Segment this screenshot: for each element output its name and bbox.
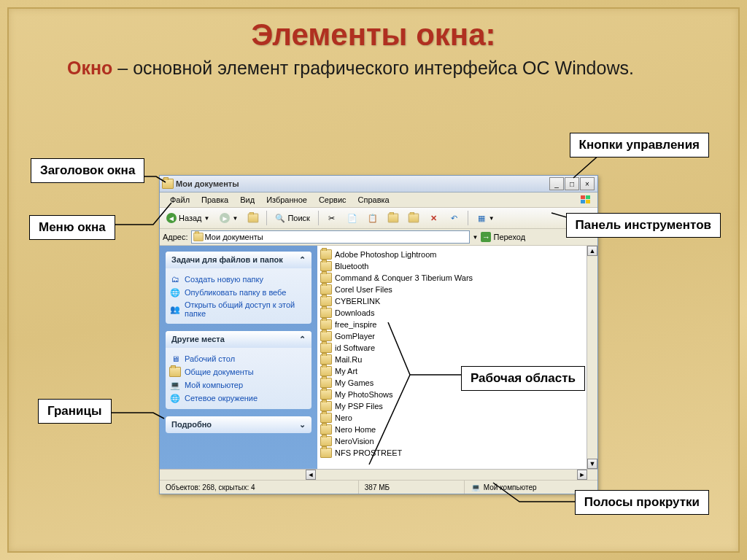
callout-borders: Границы xyxy=(38,399,112,424)
list-item[interactable]: My PSP Files xyxy=(319,400,585,412)
list-item[interactable]: Adobe Photoshop Lightroom xyxy=(319,249,585,260)
folder-up-icon xyxy=(248,213,258,223)
list-item[interactable]: Nero Home xyxy=(319,424,585,435)
file-name: Downloads xyxy=(335,308,374,317)
places-panel-header[interactable]: Другие места ⌃ xyxy=(166,331,311,348)
folder-copy-icon xyxy=(409,213,419,223)
list-item[interactable]: NFS PROSTREET xyxy=(319,447,585,459)
list-item[interactable]: NeroVision xyxy=(319,435,585,447)
minimize-button[interactable]: _ xyxy=(549,177,564,190)
folder-icon xyxy=(320,354,332,365)
explorer-window: Мои документы _ □ × Файл Правка Вид Избр… xyxy=(159,175,598,494)
file-name: NeroVision xyxy=(335,437,374,446)
folder-icon xyxy=(320,401,332,411)
back-arrow-icon: ◄ xyxy=(166,213,177,223)
collapse-icon: ⌃ xyxy=(299,255,306,265)
task-publish[interactable]: 🌐Опубликовать папку в вебе xyxy=(170,286,307,299)
scroll-up-icon[interactable]: ▲ xyxy=(587,246,597,256)
tasks-panel: Задачи для файлов и папок ⌃ 🗂Создать нов… xyxy=(166,252,311,324)
copy-to-button[interactable] xyxy=(405,211,422,225)
undo-button[interactable]: ↶ xyxy=(446,211,463,225)
file-list-area[interactable]: Adobe Photoshop LightroomBluetoothComman… xyxy=(317,246,587,469)
dropdown-icon: ▼ xyxy=(232,215,238,222)
maximize-button[interactable]: □ xyxy=(565,177,579,190)
close-button[interactable]: × xyxy=(580,177,595,190)
task-label: Создать новую папку xyxy=(185,275,263,284)
forward-arrow-icon: ► xyxy=(220,213,230,223)
tasks-sidebar: Задачи для файлов и папок ⌃ 🗂Создать нов… xyxy=(160,246,317,469)
search-button[interactable]: 🔍 Поиск xyxy=(271,211,313,225)
slide-paragraph: Окно – основной элемент графического инт… xyxy=(67,57,694,79)
place-shared-docs[interactable]: Общие документы xyxy=(170,365,307,378)
address-dropdown-icon[interactable]: ▼ xyxy=(473,234,479,241)
views-button[interactable]: ▦▼ xyxy=(473,211,498,225)
folder-icon xyxy=(320,296,332,306)
svg-rect-3 xyxy=(586,200,590,203)
place-my-computer[interactable]: 💻Мой компьютер xyxy=(170,378,307,392)
menu-file[interactable]: Файл xyxy=(164,194,196,206)
back-button[interactable]: ◄ Назад ▼ xyxy=(163,211,213,225)
copy-button[interactable]: 📄 xyxy=(344,211,361,225)
list-item[interactable]: GomPlayer xyxy=(319,330,585,342)
search-label: Поиск xyxy=(287,214,309,222)
cut-button[interactable]: ✂ xyxy=(323,211,341,225)
scroll-down-icon[interactable]: ▼ xyxy=(587,459,597,469)
place-desktop[interactable]: 🖥Рабочий стол xyxy=(170,352,307,365)
delete-button[interactable]: ✕ xyxy=(425,211,443,225)
list-item[interactable]: CYBERLINK xyxy=(319,295,585,307)
paste-button[interactable]: 📋 xyxy=(364,211,382,225)
menu-bar: Файл Правка Вид Избранное Сервис Справка xyxy=(160,192,597,208)
up-button[interactable] xyxy=(244,211,262,225)
list-item[interactable]: Downloads xyxy=(319,307,585,319)
window-title: Мои документы xyxy=(176,179,549,188)
place-network[interactable]: 🌐Сетевое окружение xyxy=(170,392,307,405)
folder-icon xyxy=(320,448,332,458)
copy-icon: 📄 xyxy=(347,213,357,223)
status-location-label: Мой компьютер xyxy=(484,483,537,491)
list-item[interactable]: Corel User Files xyxy=(319,284,585,295)
place-label: Общие документы xyxy=(185,368,254,376)
folder-icon xyxy=(320,308,332,318)
list-item[interactable]: Mail.Ru xyxy=(319,354,585,365)
menu-tools[interactable]: Сервис xyxy=(313,194,352,206)
menu-edit[interactable]: Правка xyxy=(196,194,234,206)
list-item[interactable]: Command & Conquer 3 Tiberium Wars xyxy=(319,272,585,284)
file-name: CYBERLINK xyxy=(335,297,380,306)
place-label: Мой компьютер xyxy=(185,381,243,389)
file-name: Nero xyxy=(335,413,352,422)
vertical-scrollbar[interactable]: ▲ ▼ xyxy=(587,246,597,469)
details-panel-header[interactable]: Подробно ⌄ xyxy=(166,416,311,433)
folder-icon xyxy=(320,378,332,388)
menu-help[interactable]: Справка xyxy=(352,194,395,206)
callout-toolbar: Панель инструментов xyxy=(566,213,721,238)
menu-favorites[interactable]: Избранное xyxy=(260,194,313,206)
delete-icon: ✕ xyxy=(429,213,439,223)
place-label: Сетевое окружение xyxy=(185,394,258,402)
folder-icon xyxy=(320,389,332,400)
list-item[interactable]: Bluetooth xyxy=(319,260,585,272)
go-button[interactable]: → Переход xyxy=(481,232,525,242)
list-item[interactable]: free_inspire xyxy=(319,319,585,330)
file-name: Adobe Photoshop Lightroom xyxy=(335,250,436,259)
my-documents-icon xyxy=(163,179,173,189)
new-folder-icon: 🗂 xyxy=(170,274,180,284)
folder-move-icon xyxy=(388,213,398,223)
list-item[interactable]: id Software xyxy=(319,342,585,354)
views-icon: ▦ xyxy=(476,213,487,223)
task-share[interactable]: 👥Открыть общий доступ к этой папке xyxy=(170,299,307,319)
horizontal-scrollbar[interactable]: ◄ ► xyxy=(160,469,597,480)
task-new-folder[interactable]: 🗂Создать новую папку xyxy=(170,273,307,286)
forward-button[interactable]: ► ▼ xyxy=(216,211,241,225)
scroll-left-icon[interactable]: ◄ xyxy=(306,470,316,480)
folder-icon xyxy=(320,249,332,260)
scroll-right-icon[interactable]: ► xyxy=(577,470,587,480)
address-input[interactable] xyxy=(191,230,470,244)
places-panel: Другие места ⌃ 🖥Рабочий стол Общие докум… xyxy=(166,331,311,409)
move-button[interactable] xyxy=(384,211,402,225)
file-name: id Software xyxy=(335,343,375,352)
titlebar[interactable]: Мои документы _ □ × xyxy=(160,176,597,192)
tasks-panel-header[interactable]: Задачи для файлов и папок ⌃ xyxy=(166,252,311,268)
go-label: Переход xyxy=(493,233,525,241)
menu-view[interactable]: Вид xyxy=(234,194,260,206)
list-item[interactable]: Nero xyxy=(319,412,585,424)
